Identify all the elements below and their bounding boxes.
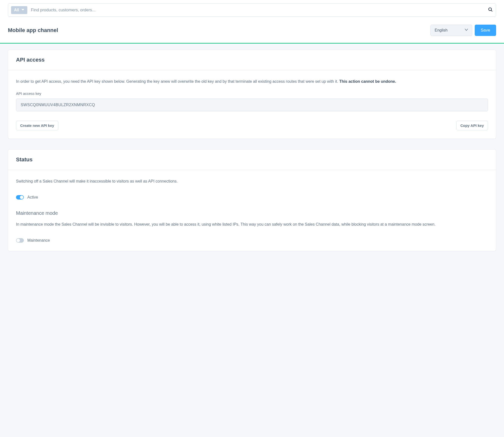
chevron-down-icon (21, 8, 24, 12)
api-access-title: API access (8, 50, 496, 70)
active-toggle-row: Active (16, 195, 488, 200)
maintenance-toggle[interactable] (16, 238, 24, 243)
save-button[interactable]: Save (475, 25, 496, 36)
search-bar-wrap: All (0, 0, 504, 20)
header-actions: English Save (430, 25, 496, 36)
search-icon[interactable] (488, 7, 493, 13)
page-title: Mobile app channel (8, 27, 58, 34)
status-title: Status (8, 150, 496, 170)
api-key-value[interactable]: SWSCQ0NMUUV4BULZR2XNMNRXCQ (16, 99, 488, 111)
maintenance-mode-title: Maintenance mode (16, 210, 488, 216)
svg-line-1 (491, 10, 492, 12)
page-header: Mobile app channel English Save (0, 20, 504, 44)
search-input[interactable] (31, 8, 485, 13)
maintenance-toggle-label: Maintenance (27, 238, 50, 243)
active-toggle[interactable] (16, 195, 24, 200)
chevron-down-icon (465, 28, 468, 33)
search-bar: All (8, 3, 496, 17)
status-card: Status Switching off a Sales Channel wil… (8, 149, 496, 251)
search-filter-chip[interactable]: All (11, 6, 27, 14)
copy-api-key-button[interactable]: Copy API key (456, 121, 488, 130)
api-access-description-text: In order to get API access, you need the… (16, 79, 339, 84)
api-access-description-bold: This action cannot be undone. (339, 79, 396, 84)
language-select[interactable]: English (430, 25, 472, 36)
create-api-key-button[interactable]: Create new API key (16, 121, 58, 130)
svg-point-0 (489, 8, 492, 11)
language-select-value: English (435, 28, 447, 33)
active-toggle-label: Active (27, 195, 38, 200)
maintenance-toggle-row: Maintenance (16, 238, 488, 243)
page-body: API access In order to get API access, y… (0, 44, 504, 257)
api-key-actions: Create new API key Copy API key (16, 121, 488, 130)
api-access-description: In order to get API access, you need the… (16, 79, 488, 84)
api-access-card: API access In order to get API access, y… (8, 50, 496, 139)
status-description: Switching off a Sales Channel will make … (16, 178, 488, 184)
maintenance-mode-description: In maintenance mode the Sales Channel wi… (16, 221, 488, 227)
api-key-label: API access key (16, 91, 488, 96)
search-filter-label: All (14, 8, 19, 12)
